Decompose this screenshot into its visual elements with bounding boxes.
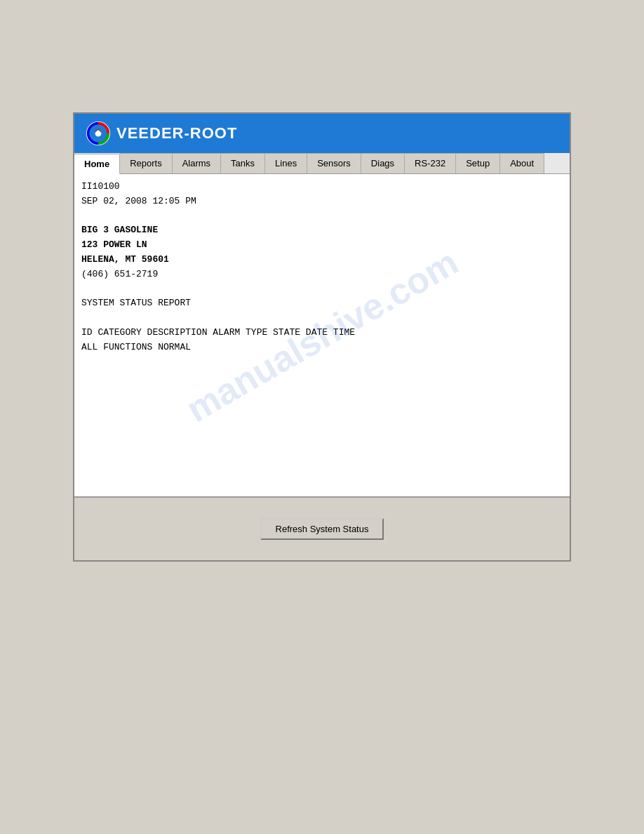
nav-home[interactable]: Home (74, 154, 120, 174)
address-line2: HELENA, MT 59601 (81, 253, 563, 267)
logo-area: VEEDER-ROOT (86, 121, 237, 146)
table-data-line: ALL FUNCTIONS NORMAL (81, 340, 563, 355)
app-container: VEEDER-ROOT Home Reports Alarms Tanks Li… (73, 112, 571, 562)
nav-bar: Home Reports Alarms Tanks Lines Sensors … (74, 153, 570, 174)
address-line1: 123 POWER LN (81, 238, 563, 253)
datetime-line: SEP 02, 2008 12:05 PM (81, 194, 563, 209)
nav-rs232[interactable]: RS-232 (405, 153, 456, 173)
nav-setup[interactable]: Setup (456, 153, 500, 173)
nav-reports[interactable]: Reports (120, 153, 173, 173)
nav-about[interactable]: About (500, 153, 544, 173)
nav-diags[interactable]: Diags (361, 153, 405, 173)
blank-line-2 (81, 282, 563, 297)
device-id-line: II10100 (81, 180, 563, 194)
footer-area: Refresh System Status (74, 497, 570, 560)
nav-lines[interactable]: Lines (265, 153, 307, 173)
nav-sensors[interactable]: Sensors (307, 153, 361, 173)
blank-line-1 (81, 209, 563, 224)
phone-line: (406) 651-2719 (81, 267, 563, 282)
header: VEEDER-ROOT (74, 114, 570, 153)
refresh-system-status-button[interactable]: Refresh System Status (260, 518, 384, 540)
nav-alarms[interactable]: Alarms (173, 153, 221, 173)
table-header-line: ID CATEGORY DESCRIPTION ALARM TYPE STATE… (81, 326, 563, 340)
report-title: SYSTEM STATUS REPORT (81, 296, 563, 311)
content-wrapper: II10100 SEP 02, 2008 12:05 PM BIG 3 GASO… (74, 174, 570, 497)
company-name-line: BIG 3 GASOLINE (81, 223, 563, 238)
nav-tanks[interactable]: Tanks (221, 153, 265, 173)
blank-line-3 (81, 311, 563, 326)
veeder-root-logo-icon (86, 121, 111, 146)
logo-text: VEEDER-ROOT (116, 124, 237, 143)
content-area: II10100 SEP 02, 2008 12:05 PM BIG 3 GASO… (74, 174, 570, 497)
